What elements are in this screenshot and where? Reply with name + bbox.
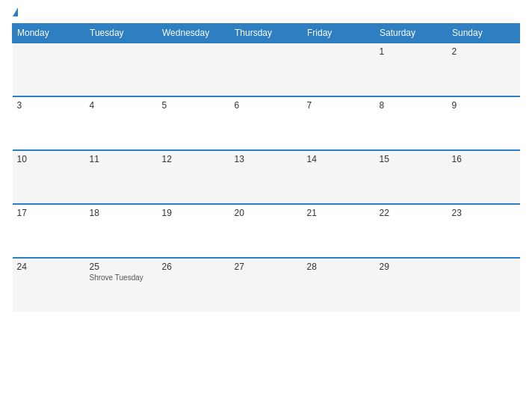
day-number: 5 [162,100,226,111]
calendar-cell: 4 [85,96,158,150]
calendar-cell: 3 [13,96,85,150]
calendar-cell: 7 [303,96,375,150]
calendar-cell: 2 [448,43,520,96]
calendar-cell: 20 [230,204,303,258]
calendar-cell [303,43,375,96]
calendar-cell: 10 [13,150,85,204]
calendar-cell: 19 [158,204,230,258]
day-number: 22 [380,208,443,218]
week-row-4: 17181920212223 [13,204,520,258]
logo-triangle-icon [13,7,18,16]
day-number: 26 [162,262,226,272]
calendar-cell: 11 [85,150,158,204]
calendar-table: MondayTuesdayWednesdayThursdayFridaySatu… [12,23,520,312]
day-number: 16 [452,154,516,164]
day-number: 1 [380,46,443,57]
day-number: 25 [90,262,153,272]
day-number: 3 [17,100,81,111]
calendar-cell: 1 [375,43,448,96]
day-number: 28 [307,262,371,272]
calendar-cell [448,258,520,312]
day-number: 14 [307,154,371,164]
day-number: 7 [307,100,371,111]
calendar-cell: 9 [448,96,520,150]
day-number: 4 [90,100,153,111]
day-number: 10 [17,154,81,164]
day-number: 17 [17,208,81,218]
calendar-cell: 26 [158,258,230,312]
days-header-row: MondayTuesdayWednesdayThursdayFridaySatu… [13,24,520,43]
day-number: 2 [452,46,516,57]
calendar-cell: 15 [375,150,448,204]
calendar-cell: 27 [230,258,303,312]
day-header-friday: Friday [303,24,375,43]
calendar-cell: 5 [158,96,230,150]
day-number: 15 [380,154,443,164]
calendar-cell: 16 [448,150,520,204]
event-label: Shrove Tuesday [90,274,153,282]
calendar-cell: 17 [13,204,85,258]
day-header-sunday: Sunday [448,24,520,43]
week-row-5: 2425Shrove Tuesday26272829 [13,258,520,312]
calendar-cell [230,43,303,96]
day-header-monday: Monday [13,24,85,43]
calendar-cell: 14 [303,150,375,204]
calendar-page: MondayTuesdayWednesdayThursdayFridaySatu… [0,0,532,411]
day-number: 20 [235,208,298,218]
day-number: 6 [235,100,298,111]
calendar-header [12,7,520,17]
day-number: 21 [307,208,371,218]
calendar-cell: 6 [230,96,303,150]
calendar-cell [13,43,85,96]
day-number: 24 [17,262,81,272]
calendar-cell: 28 [303,258,375,312]
calendar-cell: 24 [13,258,85,312]
calendar-cell: 8 [375,96,448,150]
week-row-2: 3456789 [13,96,520,150]
day-number: 23 [452,208,516,218]
day-number: 9 [452,100,516,111]
day-number: 13 [235,154,298,164]
day-number: 11 [90,154,153,164]
day-number: 8 [380,100,443,111]
calendar-cell: 12 [158,150,230,204]
calendar-cell: 13 [230,150,303,204]
calendar-cell: 21 [303,204,375,258]
calendar-cell: 29 [375,258,448,312]
calendar-cell: 23 [448,204,520,258]
calendar-cell: 25Shrove Tuesday [85,258,158,312]
day-header-tuesday: Tuesday [85,24,158,43]
day-header-thursday: Thursday [230,24,303,43]
week-row-3: 10111213141516 [13,150,520,204]
logo [12,7,18,17]
day-number: 19 [162,208,226,218]
day-number: 12 [162,154,226,164]
week-row-1: 12 [13,43,520,96]
day-header-saturday: Saturday [375,24,448,43]
calendar-cell [85,43,158,96]
day-number: 29 [380,262,443,272]
calendar-cell: 22 [375,204,448,258]
day-header-wednesday: Wednesday [158,24,230,43]
calendar-cell: 18 [85,204,158,258]
day-number: 18 [90,208,153,218]
calendar-cell [158,43,230,96]
day-number: 27 [235,262,298,272]
